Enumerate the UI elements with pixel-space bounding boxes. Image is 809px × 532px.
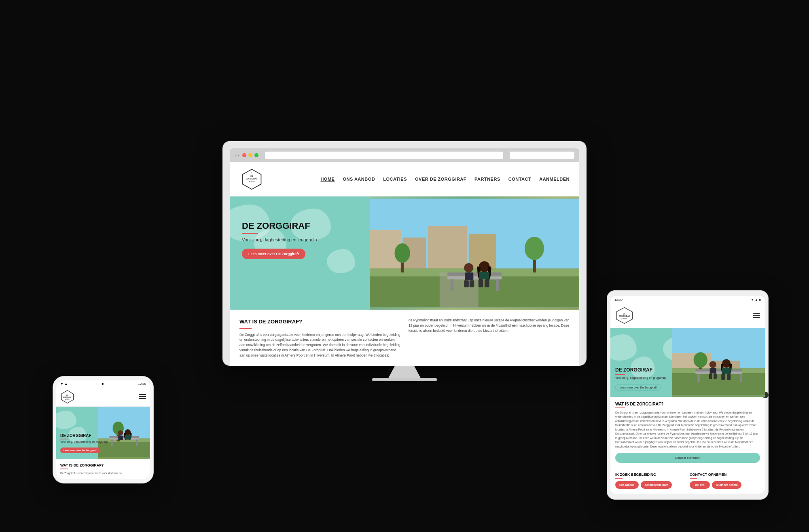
nav-home[interactable]: HOME — [320, 177, 335, 182]
svg-point-26 — [394, 243, 410, 263]
tablet-hero-content: DE ZORGGIRAF Voor zorg, dagbesteding en … — [615, 367, 666, 391]
svg-rect-58 — [695, 369, 742, 372]
svg-point-56 — [693, 352, 707, 367]
svg-text:ALMERE: ALMERE — [65, 398, 70, 400]
nav-arrows: ‹ › — [235, 153, 239, 157]
site-logo[interactable]: DE ZORGGIRAF ALMERE — [239, 167, 264, 191]
svg-rect-68 — [727, 374, 731, 380]
phone-section-underline — [60, 469, 68, 469]
tablet-contact-title: CONTACT OPNEMEN — [690, 473, 760, 477]
nav-links: HOME ONS AANBOD LOCATIES OVER DE ZORGGIR… — [320, 177, 570, 182]
blob-4 — [327, 249, 355, 273]
svg-rect-15 — [450, 279, 453, 291]
content-col-1: WAT IS DE ZORGGIRAF? De Zorggiraf is een… — [239, 318, 400, 358]
nav-aanmelden[interactable]: AANMELDEN — [539, 177, 570, 182]
browser-toolbar: ‹ › — [230, 148, 579, 162]
svg-rect-40 — [111, 439, 113, 446]
svg-point-21 — [479, 261, 489, 272]
nav-locaties[interactable]: LOCATIES — [383, 177, 407, 182]
phone-navigation: DE ZORGGIRAF ALMERE — [56, 387, 150, 407]
svg-rect-16 — [496, 279, 499, 291]
tablet-hero: DE ZORGGIRAF Voor zorg, dagbesteding en … — [610, 328, 765, 397]
svg-rect-24 — [485, 279, 489, 287]
phone-hero-title: DE ZORGGIRAF — [60, 433, 108, 438]
maximize-button[interactable] — [254, 153, 258, 157]
svg-point-61 — [709, 361, 716, 368]
svg-rect-67 — [721, 374, 725, 380]
svg-point-42 — [118, 431, 123, 436]
site-navigation: DE ZORGGIRAF ALMERE HOME ONS AANBOD — [230, 162, 579, 196]
tablet-hero-cta[interactable]: Lees meer over De Zorggiraf! — [615, 384, 661, 391]
svg-text:ZORGGIRAF: ZORGGIRAF — [619, 315, 630, 317]
content-section: WAT IS DE ZORGGIRAF? De Zorggiraf is een… — [230, 310, 579, 366]
aanmeldform-button[interactable]: Aanmeldform ulier — [641, 481, 672, 489]
phone-hero: DE ZORGGIRAF Voor zorg, dagbesteding en … — [56, 407, 150, 459]
phone-frame: ▼ ▲ ■ 12:30 DE ZORGGIRAF ALMERE — [53, 376, 154, 483]
svg-rect-43 — [119, 435, 123, 440]
tablet-search-buttons: Ons aanbod Aanmeldform ulier — [615, 481, 686, 489]
nav-partners[interactable]: PARTNERS — [474, 177, 500, 182]
address-bar[interactable] — [265, 152, 503, 159]
svg-rect-57 — [695, 371, 742, 374]
svg-text:DE: DE — [250, 175, 253, 177]
svg-rect-60 — [740, 374, 742, 382]
svg-rect-13 — [447, 277, 502, 280]
minimize-button[interactable] — [248, 153, 252, 157]
phone-hero-cta[interactable]: Lees meer over De Zorggiraf! — [60, 448, 100, 453]
svg-text:DE: DE — [623, 312, 625, 315]
svg-rect-45 — [125, 435, 131, 439]
tablet-navigation: DE ZORGGIRAF ALMERE — [610, 303, 765, 328]
svg-rect-38 — [110, 438, 139, 440]
svg-rect-41 — [136, 439, 138, 446]
tablet-hero-underline — [615, 374, 625, 375]
hero-section: DE ZORGGIRAF Voor zorg, dagbesteding en … — [230, 196, 579, 310]
hamburger-menu[interactable] — [139, 394, 146, 399]
tablet-section-title: WAT IS DE ZORGGIRAF? — [615, 402, 760, 406]
phone-hero-subtitle: Voor zorg, dagbesteding en jeugdhulp — [60, 440, 108, 443]
tablet-hero-title: DE ZORGGIRAF — [615, 367, 666, 373]
phone-hero-content: DE ZORGGIRAF Voor zorg, dagbesteding en … — [60, 433, 108, 453]
hero-title-underline — [242, 233, 258, 234]
tablet-hero-subtitle: Voor zorg, dagbesteding en jeugdhulp — [615, 376, 666, 380]
tablet-contact-buttons: Bel ons Stuur een bericht — [690, 481, 760, 489]
svg-rect-59 — [697, 374, 700, 382]
tablet-hamburger-menu[interactable] — [753, 313, 760, 318]
traffic-lights — [242, 153, 258, 157]
back-arrow-icon[interactable]: ‹ — [235, 153, 236, 157]
hero-cta-button[interactable]: Lees meer over De Zorggiraf! — [242, 249, 305, 259]
svg-rect-23 — [478, 279, 483, 287]
section-underline — [239, 328, 252, 329]
phone-hero-underline — [60, 439, 68, 439]
tablet-contact-button[interactable]: Contact opnemen — [615, 453, 760, 463]
bel-ons-button[interactable]: Bel ons — [690, 481, 710, 489]
tablet-section-text: De Zorggiraf is een zorgorganisatie voor… — [615, 411, 760, 449]
section-text-1: De Zorggiraf is een zorgorganisatie voor… — [239, 332, 400, 358]
svg-rect-22 — [479, 272, 489, 279]
svg-rect-20 — [469, 280, 474, 287]
section-text-2: de Pygmalionstraat en Duitslandstraat. O… — [409, 318, 570, 333]
tablet-search-underline — [615, 478, 623, 479]
forward-arrow-icon[interactable]: › — [237, 153, 239, 157]
mobile-phone: ▼ ▲ ■ 12:30 DE ZORGGIRAF ALMERE — [53, 376, 154, 483]
tablet-contact-col: CONTACT OPNEMEN Bel ons Stuur een berich… — [690, 473, 760, 489]
monitor-base — [372, 378, 437, 381]
tablet-content: WAT IS DE ZORGGIRAF? De Zorggiraf is een… — [610, 397, 765, 473]
search-bar[interactable] — [510, 152, 574, 159]
svg-text:DE: DE — [66, 395, 69, 396]
battery-icon: ■ — [102, 382, 104, 386]
tablet-status-bar: 12:30 ▼ ▲ ■ — [610, 296, 765, 303]
stuur-bericht-button[interactable]: Stuur een bericht — [712, 481, 741, 489]
svg-text:ZORGGIRAF: ZORGGIRAF — [63, 397, 72, 398]
nav-over[interactable]: OVER DE ZORGGIRAF — [415, 177, 466, 182]
phone-logo: DE ZORGGIRAF ALMERE — [60, 390, 74, 404]
nav-aanbod[interactable]: ONS AANBOD — [343, 177, 375, 182]
nav-contact[interactable]: CONTACT — [508, 177, 531, 182]
ons-aanbod-button[interactable]: Ons aanbod — [615, 481, 639, 489]
svg-rect-62 — [709, 368, 716, 373]
desktop-monitor: ‹ › DE — [222, 141, 587, 381]
hero-photo — [370, 196, 579, 310]
hero-title: DE ZORGGIRAF — [242, 221, 317, 231]
svg-rect-18 — [465, 272, 473, 280]
tablet-signal: ▼ ▲ ■ — [751, 298, 761, 302]
close-button[interactable] — [242, 153, 246, 157]
